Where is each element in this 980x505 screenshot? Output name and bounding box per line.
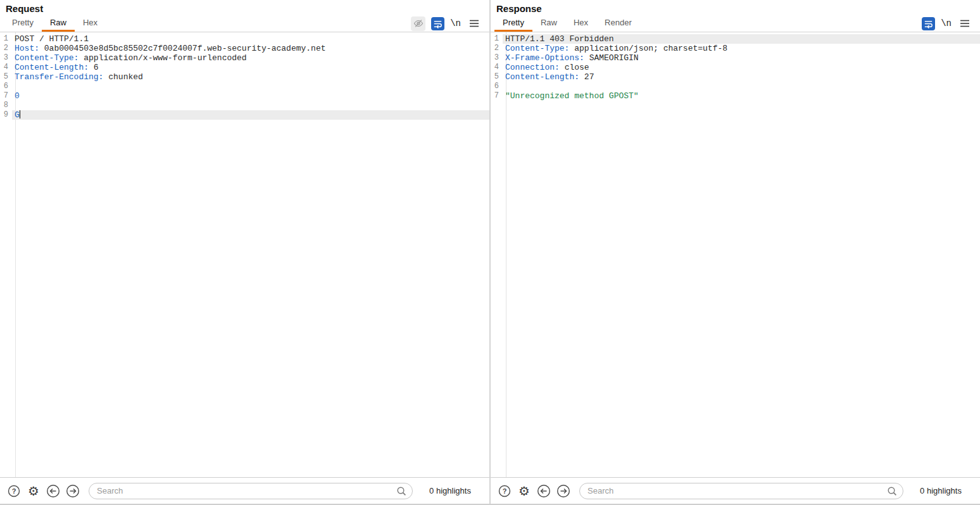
- request-tabs: PrettyRawHex: [4, 15, 106, 32]
- prev-match-icon[interactable]: [46, 483, 61, 499]
- editor-line[interactable]: 1POST / HTTP/1.1: [0, 34, 489, 44]
- tab-hex[interactable]: Hex: [565, 15, 596, 32]
- next-match-icon[interactable]: [65, 483, 80, 499]
- response-tabs: PrettyRawHexRender: [494, 15, 640, 32]
- tab-raw[interactable]: Raw: [42, 15, 75, 32]
- line-number: 3: [491, 53, 503, 63]
- line-content: HTTP/1.1 403 Forbidden: [503, 34, 614, 44]
- editor-line[interactable]: 8: [0, 101, 489, 110]
- search-input[interactable]: [89, 483, 413, 499]
- editor-line[interactable]: 2Content-Type: application/json; charset…: [491, 44, 980, 53]
- word-wrap-icon[interactable]: [922, 17, 935, 30]
- svg-text:?: ?: [12, 487, 16, 495]
- line-number: 5: [0, 72, 12, 82]
- tab-pretty[interactable]: Pretty: [494, 15, 532, 32]
- show-newlines-icon[interactable]: \n: [450, 18, 461, 29]
- help-icon[interactable]: ?: [497, 483, 512, 499]
- request-header: Request PrettyRawHex \n: [0, 0, 489, 32]
- line-number: 1: [491, 34, 503, 44]
- response-header: Response PrettyRawHexRender \n: [491, 0, 980, 32]
- line-content: X-Frame-Options: SAMEORIGIN: [503, 53, 639, 63]
- line-content: Content-Length: 27: [503, 72, 594, 82]
- line-content: Content-Length: 6: [12, 63, 99, 72]
- line-number: 2: [0, 44, 12, 53]
- highlights-count: 0 highlights: [417, 486, 483, 495]
- tab-label: Render: [605, 18, 632, 27]
- request-searchbox: [89, 483, 413, 499]
- menu-icon[interactable]: [957, 16, 972, 31]
- line-content: Content-Type: application/json; charset=…: [503, 44, 727, 53]
- search-icon[interactable]: [886, 485, 898, 499]
- line-content: Transfer-Encoding: chunked: [12, 72, 143, 82]
- line-content: [12, 82, 15, 91]
- tab-label: Raw: [50, 18, 66, 27]
- line-number: 9: [0, 110, 12, 120]
- request-search-bar: ? ⚙ 0 highlights: [0, 477, 489, 504]
- line-content: 0: [12, 91, 20, 101]
- settings-gear-icon[interactable]: ⚙: [26, 483, 41, 499]
- editor-line[interactable]: 9G: [0, 110, 489, 120]
- line-number: 5: [491, 72, 503, 82]
- line-content: [12, 101, 15, 110]
- editor-line[interactable]: 3X-Frame-Options: SAMEORIGIN: [491, 53, 980, 63]
- editor-line[interactable]: 7"Unrecognized method GPOST": [491, 91, 980, 101]
- editor-line[interactable]: 4Content-Length: 6: [0, 63, 489, 72]
- response-toolbar: \n: [922, 15, 976, 32]
- editor-line[interactable]: 70: [0, 91, 489, 101]
- line-content: G: [12, 110, 20, 120]
- settings-gear-icon[interactable]: ⚙: [517, 483, 532, 499]
- line-number: 7: [491, 91, 503, 101]
- tab-label: Pretty: [12, 18, 34, 27]
- request-title: Request: [0, 0, 489, 15]
- request-toolbar: \n: [411, 15, 486, 32]
- line-number: 8: [0, 101, 12, 110]
- editor-line[interactable]: 5Content-Length: 27: [491, 72, 980, 82]
- line-content: Content-Type: application/x-www-form-url…: [12, 53, 247, 63]
- tab-raw[interactable]: Raw: [532, 15, 565, 32]
- line-number: 6: [491, 82, 503, 91]
- editor-line[interactable]: 4Connection: close: [491, 63, 980, 72]
- line-content: Connection: close: [503, 63, 589, 72]
- line-number: 6: [0, 82, 12, 91]
- editor-line[interactable]: 6: [0, 82, 489, 91]
- editor-line[interactable]: 5Transfer-Encoding: chunked: [0, 72, 489, 82]
- repeater-view: Request PrettyRawHex \n: [0, 0, 980, 505]
- response-editor[interactable]: 1HTTP/1.1 403 Forbidden2Content-Type: ap…: [491, 32, 980, 477]
- response-title: Response: [491, 0, 980, 15]
- request-editor[interactable]: 1POST / HTTP/1.12Host: 0ab0004503e8d5bc8…: [0, 32, 489, 477]
- tab-label: Pretty: [503, 18, 524, 27]
- word-wrap-icon[interactable]: [431, 17, 444, 30]
- help-icon[interactable]: ?: [6, 483, 22, 499]
- text-caret: [20, 110, 21, 118]
- line-content: Host: 0ab0004503e8d5bc85502c7f0024007f.w…: [12, 44, 326, 53]
- response-search-bar: ? ⚙ 0 highlights: [491, 477, 980, 504]
- tab-hex[interactable]: Hex: [75, 15, 106, 32]
- editor-line[interactable]: 3Content-Type: application/x-www-form-ur…: [0, 53, 489, 63]
- line-number: 2: [491, 44, 503, 53]
- response-editor-lines: 1HTTP/1.1 403 Forbidden2Content-Type: ap…: [491, 32, 980, 101]
- line-number: 4: [0, 63, 12, 72]
- search-icon[interactable]: [396, 485, 407, 499]
- menu-icon[interactable]: [467, 16, 482, 31]
- hide-content-eye-icon[interactable]: [411, 16, 425, 31]
- prev-match-icon[interactable]: [536, 483, 551, 499]
- editor-line[interactable]: 1HTTP/1.1 403 Forbidden: [491, 34, 980, 44]
- tab-render[interactable]: Render: [596, 15, 640, 32]
- tab-label: Raw: [541, 18, 557, 27]
- tab-label: Hex: [83, 18, 97, 27]
- response-searchbox: [579, 483, 903, 499]
- next-match-icon[interactable]: [556, 483, 571, 499]
- highlights-count: 0 highlights: [908, 486, 974, 495]
- tab-pretty[interactable]: Pretty: [4, 15, 42, 32]
- line-content: POST / HTTP/1.1: [12, 34, 89, 44]
- show-newlines-icon[interactable]: \n: [941, 18, 952, 29]
- line-content: "Unrecognized method GPOST": [503, 91, 639, 101]
- line-content: [503, 82, 505, 91]
- line-number: 4: [491, 63, 503, 72]
- request-editor-lines: 1POST / HTTP/1.12Host: 0ab0004503e8d5bc8…: [0, 32, 489, 120]
- editor-line[interactable]: 2Host: 0ab0004503e8d5bc85502c7f0024007f.…: [0, 44, 489, 53]
- editor-line[interactable]: 6: [491, 82, 980, 91]
- search-input[interactable]: [579, 483, 903, 499]
- tab-label: Hex: [574, 18, 588, 27]
- request-panel: Request PrettyRawHex \n: [0, 0, 491, 504]
